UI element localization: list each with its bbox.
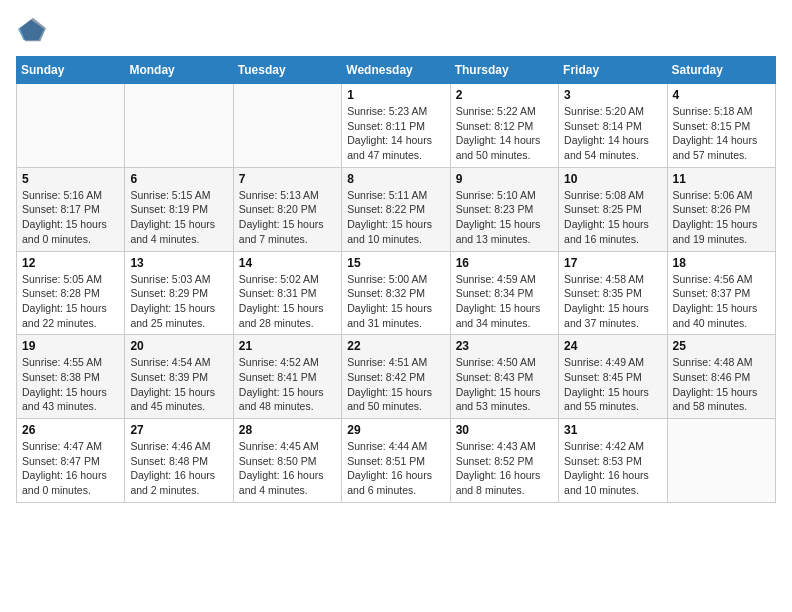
- logo-icon: [18, 16, 46, 44]
- calendar-cell: 27Sunrise: 4:46 AM Sunset: 8:48 PM Dayli…: [125, 419, 233, 503]
- day-number: 3: [564, 88, 661, 102]
- day-info: Sunrise: 5:03 AM Sunset: 8:29 PM Dayligh…: [130, 272, 227, 331]
- weekday-header-row: SundayMondayTuesdayWednesdayThursdayFrid…: [17, 57, 776, 84]
- day-info: Sunrise: 5:11 AM Sunset: 8:22 PM Dayligh…: [347, 188, 444, 247]
- day-number: 24: [564, 339, 661, 353]
- calendar-cell: 22Sunrise: 4:51 AM Sunset: 8:42 PM Dayli…: [342, 335, 450, 419]
- calendar-cell: [233, 84, 341, 168]
- day-info: Sunrise: 4:54 AM Sunset: 8:39 PM Dayligh…: [130, 355, 227, 414]
- calendar-cell: 23Sunrise: 4:50 AM Sunset: 8:43 PM Dayli…: [450, 335, 558, 419]
- calendar-cell: 29Sunrise: 4:44 AM Sunset: 8:51 PM Dayli…: [342, 419, 450, 503]
- weekday-header-monday: Monday: [125, 57, 233, 84]
- calendar-cell: 20Sunrise: 4:54 AM Sunset: 8:39 PM Dayli…: [125, 335, 233, 419]
- day-info: Sunrise: 4:58 AM Sunset: 8:35 PM Dayligh…: [564, 272, 661, 331]
- day-number: 5: [22, 172, 119, 186]
- page-header: [16, 16, 776, 44]
- day-number: 16: [456, 256, 553, 270]
- day-number: 29: [347, 423, 444, 437]
- calendar-cell: 15Sunrise: 5:00 AM Sunset: 8:32 PM Dayli…: [342, 251, 450, 335]
- day-info: Sunrise: 5:15 AM Sunset: 8:19 PM Dayligh…: [130, 188, 227, 247]
- calendar-cell: 4Sunrise: 5:18 AM Sunset: 8:15 PM Daylig…: [667, 84, 775, 168]
- calendar-week-5: 26Sunrise: 4:47 AM Sunset: 8:47 PM Dayli…: [17, 419, 776, 503]
- calendar-cell: 19Sunrise: 4:55 AM Sunset: 8:38 PM Dayli…: [17, 335, 125, 419]
- calendar-cell: 18Sunrise: 4:56 AM Sunset: 8:37 PM Dayli…: [667, 251, 775, 335]
- weekday-header-friday: Friday: [559, 57, 667, 84]
- day-number: 30: [456, 423, 553, 437]
- day-info: Sunrise: 5:16 AM Sunset: 8:17 PM Dayligh…: [22, 188, 119, 247]
- day-info: Sunrise: 4:51 AM Sunset: 8:42 PM Dayligh…: [347, 355, 444, 414]
- calendar-cell: 28Sunrise: 4:45 AM Sunset: 8:50 PM Dayli…: [233, 419, 341, 503]
- day-number: 11: [673, 172, 770, 186]
- calendar-cell: 14Sunrise: 5:02 AM Sunset: 8:31 PM Dayli…: [233, 251, 341, 335]
- day-info: Sunrise: 4:56 AM Sunset: 8:37 PM Dayligh…: [673, 272, 770, 331]
- calendar-week-3: 12Sunrise: 5:05 AM Sunset: 8:28 PM Dayli…: [17, 251, 776, 335]
- day-info: Sunrise: 4:47 AM Sunset: 8:47 PM Dayligh…: [22, 439, 119, 498]
- calendar-week-4: 19Sunrise: 4:55 AM Sunset: 8:38 PM Dayli…: [17, 335, 776, 419]
- day-info: Sunrise: 5:02 AM Sunset: 8:31 PM Dayligh…: [239, 272, 336, 331]
- day-number: 25: [673, 339, 770, 353]
- calendar-cell: 26Sunrise: 4:47 AM Sunset: 8:47 PM Dayli…: [17, 419, 125, 503]
- weekday-header-saturday: Saturday: [667, 57, 775, 84]
- day-number: 9: [456, 172, 553, 186]
- calendar-cell: 2Sunrise: 5:22 AM Sunset: 8:12 PM Daylig…: [450, 84, 558, 168]
- day-number: 2: [456, 88, 553, 102]
- day-number: 17: [564, 256, 661, 270]
- day-number: 7: [239, 172, 336, 186]
- calendar-cell: 9Sunrise: 5:10 AM Sunset: 8:23 PM Daylig…: [450, 167, 558, 251]
- day-number: 26: [22, 423, 119, 437]
- calendar-cell: [125, 84, 233, 168]
- day-number: 10: [564, 172, 661, 186]
- day-info: Sunrise: 4:59 AM Sunset: 8:34 PM Dayligh…: [456, 272, 553, 331]
- day-info: Sunrise: 5:05 AM Sunset: 8:28 PM Dayligh…: [22, 272, 119, 331]
- weekday-header-tuesday: Tuesday: [233, 57, 341, 84]
- calendar-cell: 31Sunrise: 4:42 AM Sunset: 8:53 PM Dayli…: [559, 419, 667, 503]
- logo: [16, 16, 46, 44]
- day-number: 18: [673, 256, 770, 270]
- calendar-cell: 30Sunrise: 4:43 AM Sunset: 8:52 PM Dayli…: [450, 419, 558, 503]
- day-info: Sunrise: 4:52 AM Sunset: 8:41 PM Dayligh…: [239, 355, 336, 414]
- day-info: Sunrise: 4:45 AM Sunset: 8:50 PM Dayligh…: [239, 439, 336, 498]
- calendar-table: SundayMondayTuesdayWednesdayThursdayFrid…: [16, 56, 776, 503]
- calendar-cell: 21Sunrise: 4:52 AM Sunset: 8:41 PM Dayli…: [233, 335, 341, 419]
- day-info: Sunrise: 4:46 AM Sunset: 8:48 PM Dayligh…: [130, 439, 227, 498]
- day-number: 14: [239, 256, 336, 270]
- calendar-cell: 16Sunrise: 4:59 AM Sunset: 8:34 PM Dayli…: [450, 251, 558, 335]
- day-info: Sunrise: 5:20 AM Sunset: 8:14 PM Dayligh…: [564, 104, 661, 163]
- day-number: 21: [239, 339, 336, 353]
- day-number: 28: [239, 423, 336, 437]
- calendar-cell: 24Sunrise: 4:49 AM Sunset: 8:45 PM Dayli…: [559, 335, 667, 419]
- day-info: Sunrise: 4:42 AM Sunset: 8:53 PM Dayligh…: [564, 439, 661, 498]
- day-info: Sunrise: 5:00 AM Sunset: 8:32 PM Dayligh…: [347, 272, 444, 331]
- day-info: Sunrise: 5:13 AM Sunset: 8:20 PM Dayligh…: [239, 188, 336, 247]
- day-info: Sunrise: 5:23 AM Sunset: 8:11 PM Dayligh…: [347, 104, 444, 163]
- calendar-cell: 17Sunrise: 4:58 AM Sunset: 8:35 PM Dayli…: [559, 251, 667, 335]
- day-number: 23: [456, 339, 553, 353]
- day-number: 15: [347, 256, 444, 270]
- day-number: 22: [347, 339, 444, 353]
- calendar-cell: [17, 84, 125, 168]
- day-info: Sunrise: 5:06 AM Sunset: 8:26 PM Dayligh…: [673, 188, 770, 247]
- day-info: Sunrise: 4:44 AM Sunset: 8:51 PM Dayligh…: [347, 439, 444, 498]
- calendar-cell: 8Sunrise: 5:11 AM Sunset: 8:22 PM Daylig…: [342, 167, 450, 251]
- day-number: 4: [673, 88, 770, 102]
- day-number: 13: [130, 256, 227, 270]
- day-info: Sunrise: 4:55 AM Sunset: 8:38 PM Dayligh…: [22, 355, 119, 414]
- calendar-cell: 5Sunrise: 5:16 AM Sunset: 8:17 PM Daylig…: [17, 167, 125, 251]
- calendar-cell: 13Sunrise: 5:03 AM Sunset: 8:29 PM Dayli…: [125, 251, 233, 335]
- calendar-cell: 10Sunrise: 5:08 AM Sunset: 8:25 PM Dayli…: [559, 167, 667, 251]
- day-number: 6: [130, 172, 227, 186]
- day-number: 1: [347, 88, 444, 102]
- weekday-header-thursday: Thursday: [450, 57, 558, 84]
- day-info: Sunrise: 4:48 AM Sunset: 8:46 PM Dayligh…: [673, 355, 770, 414]
- calendar-cell: [667, 419, 775, 503]
- day-info: Sunrise: 5:08 AM Sunset: 8:25 PM Dayligh…: [564, 188, 661, 247]
- day-info: Sunrise: 5:22 AM Sunset: 8:12 PM Dayligh…: [456, 104, 553, 163]
- calendar-cell: 6Sunrise: 5:15 AM Sunset: 8:19 PM Daylig…: [125, 167, 233, 251]
- day-info: Sunrise: 4:49 AM Sunset: 8:45 PM Dayligh…: [564, 355, 661, 414]
- calendar-cell: 25Sunrise: 4:48 AM Sunset: 8:46 PM Dayli…: [667, 335, 775, 419]
- day-info: Sunrise: 4:43 AM Sunset: 8:52 PM Dayligh…: [456, 439, 553, 498]
- weekday-header-sunday: Sunday: [17, 57, 125, 84]
- calendar-cell: 12Sunrise: 5:05 AM Sunset: 8:28 PM Dayli…: [17, 251, 125, 335]
- calendar-cell: 1Sunrise: 5:23 AM Sunset: 8:11 PM Daylig…: [342, 84, 450, 168]
- day-number: 19: [22, 339, 119, 353]
